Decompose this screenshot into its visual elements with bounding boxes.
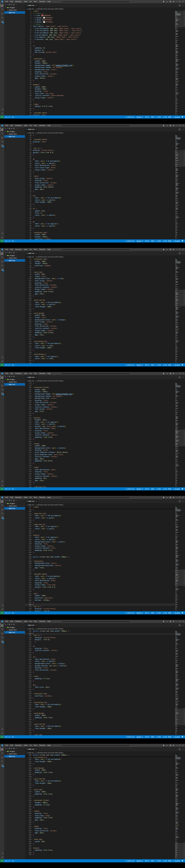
code-line[interactable]: 263} bbox=[25, 708, 175, 710]
toggle-secondary-sidebar-icon[interactable]: ◨ bbox=[169, 744, 172, 747]
more-actions-icon[interactable]: ⋯ bbox=[182, 376, 184, 378]
file-item-images[interactable]: ›images bbox=[4, 750, 25, 753]
problems-indicator[interactable]: ⊘ 0 △ 0 bbox=[4, 612, 11, 614]
code-line[interactable]: 54margin: 2rem 1rem 0 0; bbox=[25, 152, 175, 154]
code-line[interactable]: 142 height: 549px; bbox=[25, 391, 175, 393]
code-line[interactable]: 233 bbox=[25, 643, 175, 646]
toggle-panel-icon[interactable]: ▭ bbox=[165, 496, 169, 499]
code-line[interactable]: 28 background-size: cover; bbox=[25, 69, 175, 71]
code-line[interactable]: 161 align-items: center; bbox=[25, 432, 175, 434]
status-quokka[interactable]: ✎Quokka bbox=[173, 860, 181, 862]
code-line[interactable]: 250} bbox=[25, 680, 175, 682]
code-line[interactable]: 93 height: 405px; bbox=[25, 236, 175, 238]
status-cursor-position[interactable]: Ln 228, Col 1 bbox=[125, 240, 135, 242]
status-live-server-port[interactable]: ⊘Port : 5500 bbox=[162, 240, 173, 242]
code-line[interactable]: 116.card-beige{ bbox=[25, 312, 175, 315]
status-encoding[interactable]: UTF-8 bbox=[144, 240, 150, 242]
code-line[interactable]: 78} bbox=[25, 204, 175, 206]
code-line[interactable]: 244 display: flex; bbox=[25, 667, 175, 669]
code-line[interactable]: 88 color: var(--c-white); bbox=[25, 225, 175, 227]
scrollbar-thumb[interactable] bbox=[183, 708, 185, 725]
code-line[interactable]: 279 bbox=[25, 798, 175, 800]
code-line[interactable]: 96 bbox=[25, 269, 175, 271]
remote-indicator[interactable]: >< bbox=[0, 735, 4, 738]
scrollbar[interactable] bbox=[183, 754, 185, 859]
menu-item-help[interactable]: Help bbox=[46, 620, 52, 623]
code-line[interactable]: 44.logo{ bbox=[25, 103, 175, 106]
activity-explorer-icon[interactable] bbox=[0, 499, 4, 503]
nav-forward-icon[interactable]: → bbox=[58, 744, 60, 747]
code-line[interactable]: 275.card-red{ bbox=[25, 734, 175, 736]
code-line[interactable]: 122 flex-direction: column; bbox=[25, 325, 175, 328]
code-line[interactable]: 84} bbox=[25, 217, 175, 219]
command-center[interactable] bbox=[61, 372, 130, 375]
minimize-icon[interactable]: ─ bbox=[175, 372, 178, 375]
code-line[interactable]: 192 font: var(--f-b-regular); bbox=[25, 526, 175, 528]
activity-run-debug-icon[interactable] bbox=[0, 388, 4, 392]
code-line[interactable]: 136 font: var(--f-b-regular); bbox=[25, 356, 175, 358]
code-line[interactable]: 29 display: flex; bbox=[25, 71, 175, 73]
menu-item-view[interactable]: View bbox=[23, 0, 28, 3]
status-encoding[interactable]: UTF-8 bbox=[144, 116, 150, 118]
breadcrumb-item-file[interactable]: style.css bbox=[28, 132, 34, 134]
code-line[interactable]: 92 width: 100%; bbox=[25, 260, 175, 263]
code-line[interactable]: 276 width: 100%; bbox=[25, 791, 175, 793]
code-line[interactable]: 98 width: 50%; bbox=[25, 273, 175, 276]
activity-source-control-icon[interactable] bbox=[0, 755, 4, 760]
code-line[interactable]: 106 padding: 9rem 14rem; bbox=[25, 291, 175, 293]
code-line[interactable]: 202 justify-content: left; bbox=[25, 547, 175, 550]
code-line[interactable]: 259 bbox=[25, 700, 175, 702]
activity-accounts-icon[interactable] bbox=[0, 479, 4, 483]
minimize-icon[interactable]: ─ bbox=[175, 248, 178, 251]
problems-indicator[interactable]: ⊘ 0 △ 0 bbox=[4, 116, 11, 118]
status-live-server-port[interactable]: ⊘Port : 5500 bbox=[162, 860, 173, 862]
code-line[interactable]: 129.card-beige h2{ bbox=[25, 341, 175, 343]
more-actions-icon[interactable]: ⋯ bbox=[182, 500, 184, 502]
status-language-mode[interactable]: {}CSS bbox=[155, 488, 161, 490]
code-line[interactable]: 6--c-white: #f5f0ed; bbox=[25, 21, 175, 24]
code-line[interactable]: 249 padding: 0 1rem; bbox=[25, 678, 175, 680]
code-line[interactable]: 105 align-items: center; bbox=[25, 288, 175, 291]
code-line[interactable]: 150 text-align: center; bbox=[25, 408, 175, 410]
code-line[interactable]: 70 padding: 0rem 30rem; bbox=[25, 186, 175, 188]
minimize-icon[interactable]: ─ bbox=[175, 496, 178, 499]
code-line[interactable]: 101 text-align: center; bbox=[25, 280, 175, 282]
menu-item-file[interactable]: File bbox=[4, 248, 9, 251]
code-line[interactable]: 273} bbox=[25, 784, 175, 787]
minimize-icon[interactable]: ─ bbox=[175, 0, 178, 3]
activity-settings-icon[interactable] bbox=[0, 483, 4, 487]
code-line[interactable]: 247 bbox=[25, 674, 175, 676]
customize-layout-icon[interactable]: ⊞ bbox=[172, 124, 175, 127]
code-line[interactable]: 226 bottom: -3230px; bbox=[25, 599, 175, 601]
code-line[interactable]: 185 bbox=[25, 484, 175, 486]
code-line[interactable]: 45 margin: 0 0 0 1rem; bbox=[25, 105, 175, 108]
status-indentation[interactable]: Spaces: 2 bbox=[135, 860, 144, 862]
minimap[interactable] bbox=[175, 382, 183, 487]
code-line[interactable]: 75 font: var(--f-h1-extrabold); bbox=[25, 197, 175, 199]
notifications-bell-icon[interactable] bbox=[181, 364, 184, 366]
code-line[interactable]: 204} bbox=[25, 552, 175, 554]
code-line[interactable]: 262 line-height: 100%; bbox=[25, 761, 175, 763]
code-line[interactable]: 179 display: flex; bbox=[25, 471, 175, 473]
refresh-icon[interactable]: ↻ bbox=[11, 623, 12, 626]
status-counter[interactable]: ψ 0 bbox=[11, 364, 15, 366]
code-line[interactable]: 134 bbox=[25, 351, 175, 354]
code-line[interactable]: 261 font: var(--f-h3-extrabold); bbox=[25, 704, 175, 706]
restore-icon[interactable]: ▢ bbox=[178, 744, 182, 747]
activity-extensions-icon[interactable]: 1 bbox=[0, 268, 4, 272]
status-encoding[interactable]: UTF-8 bbox=[144, 736, 150, 738]
toggle-secondary-sidebar-icon[interactable]: ◨ bbox=[169, 620, 172, 623]
code-line[interactable]: 69 align-items: center; bbox=[25, 184, 175, 186]
status-language-mode[interactable]: {}CSS bbox=[155, 240, 161, 242]
code-line[interactable]: 274 bbox=[25, 787, 175, 789]
new-file-icon[interactable]: + bbox=[7, 3, 8, 6]
code-line[interactable]: 108} bbox=[25, 295, 175, 297]
breadcrumb-item-symbol[interactable]: @media screen and (max-width: 800px) bbox=[37, 504, 63, 505]
code-line[interactable]: 284 bbox=[25, 808, 175, 810]
code-line[interactable]: 1:root{ bbox=[25, 10, 175, 12]
file-item-images[interactable]: ›images bbox=[4, 130, 25, 133]
problems-indicator[interactable]: ⊘ 0 △ 0 bbox=[4, 240, 11, 242]
code-line[interactable]: 268} bbox=[25, 719, 175, 721]
new-folder-icon[interactable]: ⊞ bbox=[9, 747, 10, 750]
nav-back-icon[interactable]: ← bbox=[55, 372, 57, 375]
